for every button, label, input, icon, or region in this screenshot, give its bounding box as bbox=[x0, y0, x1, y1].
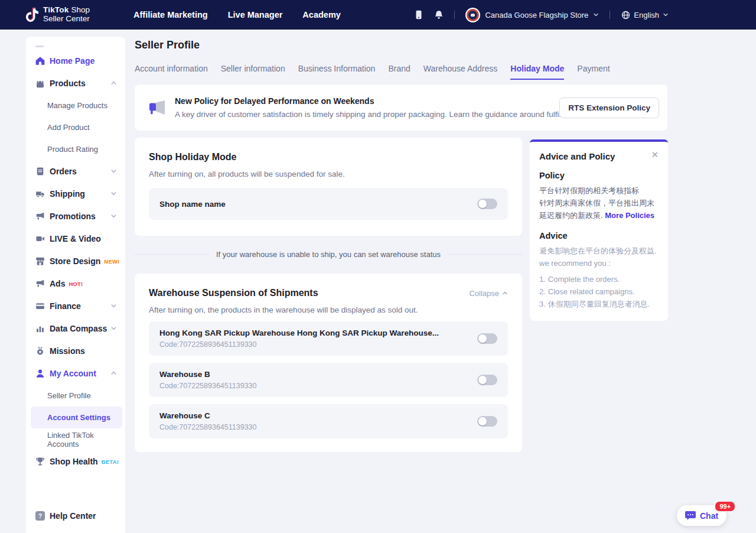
sidebar-item-finance[interactable]: Finance bbox=[26, 295, 125, 317]
sidebar-footer: ? Help Center bbox=[26, 505, 125, 533]
bell-icon[interactable] bbox=[434, 10, 444, 20]
chevron-down-icon bbox=[110, 212, 117, 221]
chat-widget: Chat 99+ bbox=[677, 505, 726, 526]
sidebar-item-shop-health[interactable]: Shop Health BETA! bbox=[26, 450, 125, 473]
advice-panel-title: Advice and Policy bbox=[539, 151, 615, 161]
sidebar-badge: HOT! bbox=[69, 281, 83, 287]
tab-payment[interactable]: Payment bbox=[577, 64, 610, 80]
sidebar: Home Page Products Manage ProductsAdd Pr… bbox=[26, 37, 125, 533]
topbar: TikTokShop Seller Center Affiliate Marke… bbox=[0, 0, 756, 30]
warehouse-toggle[interactable] bbox=[477, 375, 497, 385]
tab-brand[interactable]: Brand bbox=[388, 64, 410, 80]
warehouse-row: Hong Kong SAR Pickup Warehouse Hong Kong… bbox=[149, 321, 508, 356]
account-icon bbox=[35, 369, 45, 378]
sidebar-item-orders[interactable]: Orders bbox=[26, 160, 125, 183]
missions-icon bbox=[35, 346, 45, 356]
warehouse-name: Hong Kong SAR Pickup Warehouse Hong Kong… bbox=[159, 329, 439, 337]
sidebar-item-live-video[interactable]: LIVE & Video bbox=[26, 228, 125, 250]
tab-business-information[interactable]: Business Information bbox=[298, 64, 376, 80]
chat-label: Chat bbox=[700, 511, 718, 521]
page-title: Seller Profile bbox=[135, 39, 200, 51]
chevron-down-icon bbox=[110, 301, 117, 311]
banner-description: A key driver of customer satisfaction is… bbox=[175, 110, 551, 119]
tab-account-information[interactable]: Account information bbox=[135, 64, 208, 80]
language-label: English bbox=[634, 11, 659, 20]
ads-icon bbox=[35, 279, 45, 288]
advice-list-item: 2.Close related campaigns. bbox=[539, 285, 659, 298]
logo-text: TikTokShop Seller Center bbox=[43, 6, 90, 24]
shop-holiday-mode-card: Shop Holiday Mode After turning on, all … bbox=[135, 138, 522, 236]
topbar-separator bbox=[610, 11, 610, 19]
topnav-item-live-manager[interactable]: Live Manager bbox=[228, 10, 283, 20]
more-policies-link[interactable]: More Policies bbox=[605, 211, 654, 220]
collapse-link[interactable]: Collapse bbox=[469, 289, 508, 298]
tab-warehouse-address[interactable]: Warehouse Address bbox=[423, 64, 498, 80]
sidebar-scroll-handle[interactable] bbox=[35, 46, 44, 47]
sidebar-item-store-design[interactable]: Store Design NEW! bbox=[26, 250, 125, 272]
sidebar-item-help-center[interactable]: ? Help Center bbox=[26, 505, 125, 527]
chat-bubble-icon bbox=[685, 511, 696, 521]
health-icon bbox=[35, 457, 45, 466]
megaphone-icon bbox=[149, 100, 167, 115]
chevron-down-icon bbox=[110, 189, 117, 199]
warehouse-name: Warehouse B bbox=[159, 370, 257, 379]
top-navigation: Affiliate MarketingLive ManagerAcademy bbox=[133, 10, 341, 20]
sidebar-item-my-account[interactable]: My Account bbox=[26, 362, 125, 385]
store-name: Canada Goose Flagship Store bbox=[485, 11, 588, 20]
profile-tabs: Account informationSeller informationBus… bbox=[135, 64, 610, 80]
sidebar-item-home-page[interactable]: Home Page bbox=[26, 50, 125, 72]
shop-holiday-toggle-row: Shop name name bbox=[149, 188, 508, 220]
policy-heading: Policy bbox=[539, 171, 659, 180]
sidebar-subitem-seller-profile[interactable]: Seller Profile bbox=[26, 385, 125, 407]
store-icon bbox=[35, 256, 45, 266]
data-icon bbox=[35, 324, 45, 333]
topnav-item-affiliate-marketing[interactable]: Affiliate Marketing bbox=[133, 10, 208, 20]
warehouse-toggle[interactable] bbox=[477, 333, 497, 344]
warehouse-card-title: Warehouse Suspension of Shipments bbox=[149, 288, 318, 298]
store-avatar bbox=[465, 8, 480, 22]
language-switcher[interactable]: English bbox=[621, 10, 669, 20]
holiday-card-subtitle: After turning on, all products will be s… bbox=[149, 170, 508, 178]
sidebar-item-shipping[interactable]: Shipping bbox=[26, 183, 125, 205]
sidebar-item-missions[interactable]: Missions bbox=[26, 340, 125, 362]
policy-text: 平台针对假期的相关考核指标 针对周末商家休假，平台推出周末延迟履约的新政策. M… bbox=[539, 184, 659, 222]
advice-and-policy-panel: Advice and Policy ✕ Policy 平台针对假期的相关考核指标… bbox=[530, 139, 668, 321]
tab-seller-information[interactable]: Seller information bbox=[221, 64, 285, 80]
close-icon[interactable]: ✕ bbox=[651, 150, 659, 159]
warehouse-row: Warehouse B Code:7072258936451139330 bbox=[149, 363, 508, 397]
topnav-item-academy[interactable]: Academy bbox=[302, 10, 340, 20]
warehouse-toggle[interactable] bbox=[477, 416, 497, 427]
rts-extension-policy-button[interactable]: RTS Extension Policy bbox=[559, 98, 659, 118]
tiktok-shop-logo[interactable]: TikTokShop Seller Center bbox=[26, 6, 90, 24]
sidebar-subitem-manage-products[interactable]: Manage Products bbox=[26, 95, 125, 116]
tab-holiday-mode[interactable]: Holiday Mode bbox=[510, 64, 564, 80]
phone-icon[interactable] bbox=[414, 10, 423, 20]
policy-announcement-banner: New Policy for Delayed Performance on We… bbox=[135, 84, 667, 131]
warehouse-code: Code:7072258936451139330 bbox=[159, 423, 257, 431]
warehouse-card-subtitle: After turning on, the products in the wa… bbox=[149, 306, 508, 314]
sidebar-item-ads[interactable]: Ads HOT! bbox=[26, 272, 125, 295]
holiday-card-title: Shop Holiday Mode bbox=[149, 152, 508, 162]
chevron-down-icon bbox=[110, 167, 117, 176]
shipping-icon bbox=[35, 189, 45, 199]
sidebar-item-data-compass[interactable]: Data Compass bbox=[26, 317, 125, 340]
globe-icon bbox=[621, 10, 630, 20]
sidebar-item-promotions[interactable]: Promotions bbox=[26, 205, 125, 228]
warehouse-row: Warehouse C Code:7072258936451139330 bbox=[149, 404, 508, 438]
advice-list-item: 1.Complete the orders. bbox=[539, 273, 659, 285]
chat-unread-badge: 99+ bbox=[714, 500, 736, 512]
sidebar-badge: NEW! bbox=[104, 258, 119, 265]
chevron-down-icon bbox=[593, 12, 599, 18]
sidebar-subitem-linked-tiktok-accounts[interactable]: Linked TikTok Accounts bbox=[26, 428, 125, 450]
sidebar-subitem-add-product[interactable]: Add Product bbox=[26, 116, 125, 138]
warehouse-name: Warehouse C bbox=[159, 411, 257, 420]
sidebar-subitem-account-settings[interactable]: Account Settings bbox=[31, 407, 122, 428]
store-switcher[interactable]: Canada Goose Flagship Store bbox=[465, 8, 599, 22]
advice-heading: Advice bbox=[539, 231, 659, 240]
shop-holiday-toggle[interactable] bbox=[477, 199, 497, 209]
banner-title: New Policy for Delayed Performance on We… bbox=[175, 96, 551, 106]
sidebar-item-products[interactable]: Products bbox=[26, 72, 125, 95]
topbar-right: Canada Goose Flagship Store English bbox=[414, 8, 669, 22]
sidebar-subitem-product-rating[interactable]: Product Rating bbox=[26, 138, 125, 160]
divider-note-text: If your warehouse is unable to ship, you… bbox=[209, 250, 448, 259]
